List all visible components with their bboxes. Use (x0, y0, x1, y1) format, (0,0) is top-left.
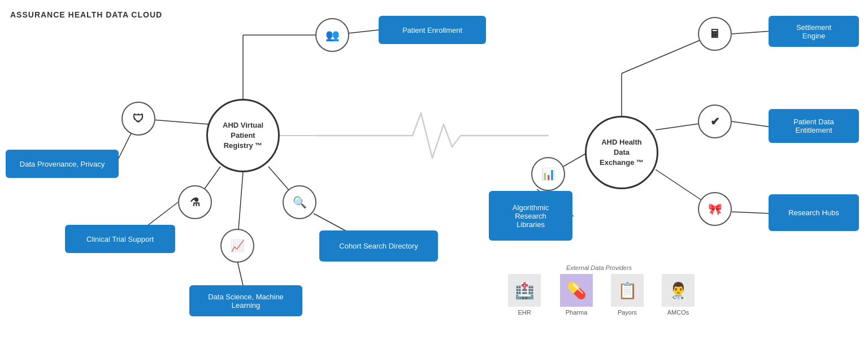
amcos-provider: 👨‍⚕️ AMCOs (658, 274, 698, 316)
hde-node: AHD Health Data Exchange ™ (585, 116, 658, 189)
algorithmic-research-box[interactable]: Algorithmic Research Libraries (489, 191, 572, 241)
settlement-engine-box[interactable]: Settlement Engine (769, 16, 859, 47)
shield-icon-circle: 🛡 (121, 102, 155, 136)
svg-line-15 (732, 31, 771, 34)
data-provenance-box[interactable]: Data Provenance, Privacy (6, 150, 119, 178)
canvas: ASSURANCE HEALTH DATA CLOUD (0, 0, 868, 344)
magnify-icon: 🔍 (293, 195, 307, 209)
gift-icon-circle: 🎀 (698, 192, 732, 226)
analytics-icon: 📈 (231, 239, 245, 252)
calculator-icon: 🖩 (709, 28, 721, 41)
users-icon-circle: 👥 (315, 18, 349, 52)
search-icon-circle: 🔍 (283, 185, 316, 219)
data-science-box[interactable]: Data Science, Machine Learning (189, 285, 302, 316)
calculator-icon-circle: 🖩 (698, 17, 732, 51)
pharma-label: Pharma (566, 309, 588, 316)
ehr-provider: 🏥 EHR (505, 274, 544, 316)
clinical-trial-box[interactable]: Clinical Trial Support (65, 225, 175, 253)
svg-line-10 (237, 261, 243, 285)
cohort-search-box[interactable]: Cohort Search Directory (319, 230, 438, 262)
checkmark-icon: ✔ (710, 115, 720, 128)
shield-icon: 🛡 (133, 112, 144, 125)
payors-label: Payors (618, 309, 637, 316)
flask-icon-circle: ⚗ (178, 185, 212, 219)
pharma-icon: 💊 (560, 274, 593, 307)
pharma-provider: 💊 Pharma (557, 274, 596, 316)
amcos-icon: 👨‍⚕️ (662, 274, 695, 307)
connection-lines (0, 0, 868, 344)
flask-icon: ⚗ (190, 195, 200, 209)
chart-icon: 📊 (541, 167, 555, 181)
patient-enrollment-box[interactable]: Patient Enrollment (379, 16, 486, 44)
ehr-icon: 🏥 (508, 274, 541, 307)
page-title: ASSURANCE HEALTH DATA CLOUD (10, 10, 162, 19)
amcos-label: AMCOs (667, 309, 689, 316)
research-hubs-box[interactable]: Research Hubs (769, 194, 859, 231)
payors-provider: 📋 Payors (607, 274, 647, 316)
analytics-icon-circle: 📈 (220, 229, 254, 263)
svg-line-19 (732, 212, 771, 214)
ehr-label: EHR (518, 309, 531, 316)
users-icon: 👥 (326, 28, 340, 42)
vpr-node: AHD Virtual Patient Registry ™ (206, 99, 280, 172)
payors-icon: 📋 (611, 274, 644, 307)
external-providers-label: External Data Providers (520, 264, 678, 271)
patient-data-entitlement-box[interactable]: Patient Data Entitlement (769, 109, 859, 143)
chart-icon-circle: 📊 (531, 157, 565, 191)
svg-line-17 (732, 121, 771, 127)
bow-icon: 🎀 (708, 202, 722, 216)
check-icon-circle: ✔ (698, 104, 732, 138)
